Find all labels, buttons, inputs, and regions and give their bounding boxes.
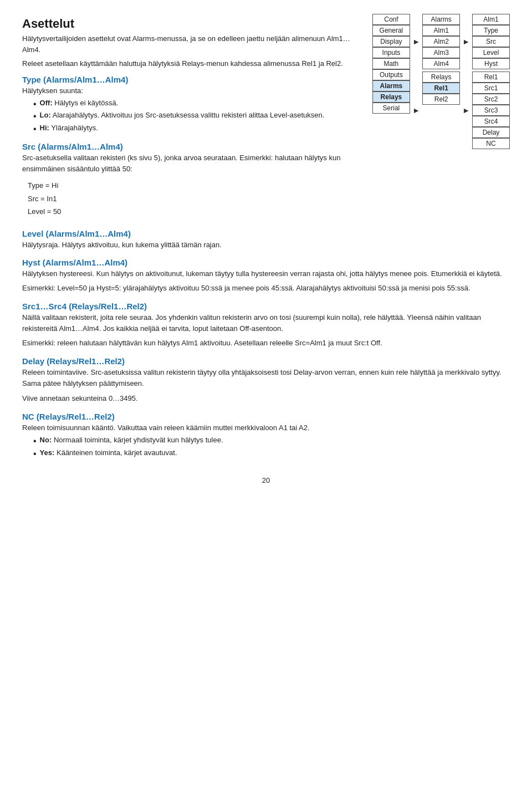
code-line-src: Src = In1 — [28, 192, 510, 205]
no-label: No: — [40, 436, 52, 444]
menu-conf: Conf — [372, 14, 411, 25]
bullet-no-text: No: Normaali toiminta, kärjet yhdistyvät… — [40, 436, 223, 444]
src4-desc1: Näillä valitaan rekisterit, joita rele s… — [22, 312, 510, 334]
sub-src1: Src1 — [472, 83, 510, 94]
sub-rel1: Rel1 — [422, 83, 460, 94]
sub-delay: Delay — [472, 127, 510, 138]
arrow-relays: ► — [412, 106, 420, 115]
arrow-alarms: ► — [412, 37, 420, 46]
bullet-off-text: Off: Hälytys ei käytössä. — [40, 99, 119, 107]
page-number: 20 — [22, 476, 510, 484]
arrow-rel1: ► — [462, 106, 470, 115]
sub-src4: Src4 — [472, 116, 510, 127]
nc-desc: Releen toimisuunnan kääntö. Vaikuttaa va… — [22, 422, 510, 433]
code-line-type: Type = Hi — [28, 179, 510, 192]
bullet-yes-text: Yes: Käänteinen toiminta, kärjet avautuv… — [40, 448, 177, 457]
bullet-lo-text: Lo: Alarajahälytys. Aktivoituu jos Src-a… — [40, 111, 325, 119]
code-line-level: Level = 50 — [28, 205, 510, 218]
sub-alm3: Alm3 — [422, 47, 460, 58]
hyst-desc1: Hälytyksen hystereesi. Kun hälytys on ak… — [22, 268, 510, 279]
section-src4-header: Src1…Src4 (Relays/Rel1…Rel2) — [22, 302, 510, 311]
section-delay-header: Delay (Relays/Rel1…Rel2) — [22, 356, 510, 366]
bullet-hi-text: Hi: Ylärajahälytys. — [40, 124, 98, 132]
menu-relays: Relays — [372, 91, 411, 103]
sub-level: Level — [472, 47, 510, 58]
no-text: Normaali toiminta, kärjet yhdistyvät kun… — [54, 436, 223, 444]
menu-outputs: Outputs — [372, 69, 411, 80]
delay-desc1: Releen toimintaviive. Src-asetuksissa va… — [22, 367, 510, 389]
menu-math: Math — [372, 58, 411, 69]
bullet-yes: • Yes: Käänteinen toiminta, kärjet avaut… — [33, 448, 510, 460]
bullet-dot-hi: • — [33, 124, 37, 135]
src4-desc2: Esimerkki: releen halutaan hälyttävän ku… — [22, 338, 510, 349]
off-text: Hälytys ei käytössä. — [54, 99, 118, 107]
bullet-off: • Off: Hälytys ei käytössä. — [33, 99, 362, 110]
sub-alm1-title: Alm1 — [472, 14, 510, 25]
off-label: Off: — [40, 99, 53, 107]
lo-label: Lo: — [40, 111, 51, 119]
sub-hyst: Hyst — [472, 58, 510, 69]
bullet-dot-yes: • — [33, 448, 37, 460]
bullet-dot-off: • — [33, 99, 37, 110]
section-level-header: Level (Alarms/Alm1…Alm4) — [22, 229, 510, 238]
bullet-hi: • Hi: Ylärajahälytys. — [33, 124, 362, 135]
sub-alm2: Alm2 — [422, 36, 460, 47]
sub-src2: Src2 — [472, 94, 510, 105]
menu-inputs: Inputs — [372, 47, 411, 58]
bullet-dot-no: • — [33, 436, 37, 447]
yes-text: Käänteinen toiminta, kärjet avautuvat. — [57, 448, 177, 457]
menu-serial: Serial — [372, 103, 411, 114]
hyst-desc2: Esimerkki: Level=50 ja Hyst=5: ylärajahä… — [22, 283, 510, 294]
sub-alarms-title: Alarms — [422, 14, 460, 25]
hi-text: Ylärajahälytys. — [51, 124, 98, 132]
sub-relays-title: Relays — [422, 72, 460, 83]
menu-general: General — [372, 25, 411, 36]
menu-alarms: Alarms — [372, 80, 411, 91]
bullet-no: • No: Normaali toiminta, kärjet yhdistyv… — [33, 436, 510, 447]
delay-desc2: Viive annetaan sekunteina 0…3495. — [22, 393, 510, 404]
sub-src: Src — [472, 36, 510, 47]
navigation-diagram: Conf General Display Inputs Math Outputs… — [372, 14, 510, 149]
level-desc: Hälytysraja. Hälytys aktivoituu, kun luk… — [22, 239, 510, 251]
section-hyst-header: Hyst (Alarms/Alm1…Alm4) — [22, 258, 510, 267]
sub-rel2: Rel2 — [422, 94, 460, 105]
sub-type: Type — [472, 25, 510, 36]
sub-alm1: Alm1 — [422, 25, 460, 36]
lo-text: Alarajahälytys. Aktivoituu jos Src-asetu… — [53, 111, 325, 119]
section-nc-header: NC (Relays/Rel1…Rel2) — [22, 412, 510, 421]
menu-display: Display — [372, 36, 411, 47]
bullet-lo: • Lo: Alarajahälytys. Aktivoituu jos Src… — [33, 111, 362, 123]
code-example: Type = Hi Src = In1 Level = 50 — [28, 179, 510, 218]
sub-src3: Src3 — [472, 105, 510, 116]
yes-label: Yes: — [40, 448, 55, 457]
src-desc: Src-asetuksella valitaan rekisteri (ks s… — [22, 152, 510, 175]
bullet-dot-lo: • — [33, 111, 37, 123]
page-content: Conf General Display Inputs Math Outputs… — [22, 17, 510, 484]
hi-label: Hi: — [40, 124, 49, 132]
sub-alm4: Alm4 — [422, 58, 460, 69]
sub-rel1-title: Rel1 — [472, 72, 510, 83]
arrow-alm1: ► — [462, 37, 470, 46]
sub-nc: NC — [472, 138, 510, 149]
